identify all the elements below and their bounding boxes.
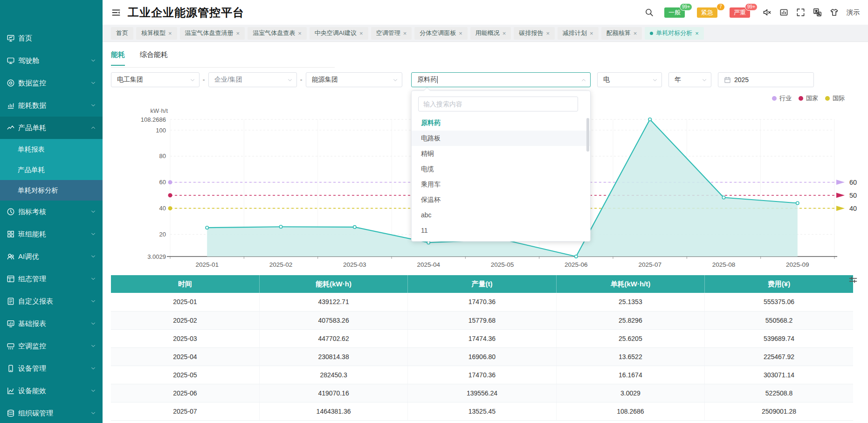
sidebar-item[interactable]: 首页	[0, 27, 103, 49]
chevron-down-icon	[90, 103, 96, 108]
close-icon[interactable]: ×	[298, 30, 302, 36]
dropdown-option[interactable]: abc	[412, 208, 590, 223]
table-cell: 17474.36	[408, 329, 556, 347]
close-icon[interactable]: ×	[590, 30, 593, 36]
svg-text:kW·h/t: kW·h/t	[150, 107, 168, 114]
svg-text:2025-06: 2025-06	[565, 261, 588, 268]
collapse-sidebar-icon[interactable]	[111, 7, 121, 18]
sidebar-item[interactable]: AI调优	[0, 245, 103, 268]
sidebar-item[interactable]: 设备能效	[0, 380, 103, 402]
period-select[interactable]: 年	[668, 72, 711, 87]
sidebar-item[interactable]: 指标考核	[0, 201, 103, 223]
close-icon[interactable]: ×	[634, 30, 637, 36]
table-column-header: 单耗(kW·h/t)	[556, 275, 704, 293]
dropdown-option[interactable]: 精铜	[412, 146, 590, 161]
alarm-badge[interactable]: 严重99+	[730, 7, 750, 18]
year-date-picker[interactable]: 2025	[718, 72, 814, 87]
close-icon[interactable]: ×	[236, 30, 240, 36]
translate-icon[interactable]	[813, 8, 822, 17]
text-caret	[437, 76, 438, 83]
svg-text:100: 100	[156, 127, 166, 134]
sidebar-item[interactable]: 数据监控	[0, 72, 103, 94]
dropdown-search-input[interactable]	[418, 97, 578, 111]
close-icon[interactable]: ×	[359, 30, 363, 36]
sidebar-item[interactable]: 设备管理	[0, 357, 103, 380]
close-icon[interactable]: ×	[459, 30, 462, 36]
table-cell: 407583.26	[259, 311, 407, 329]
dropdown-option[interactable]: 乘用车	[412, 177, 590, 192]
group-select[interactable]: 电工集团	[111, 72, 200, 87]
enterprise-select[interactable]: 企业/集团	[208, 72, 297, 87]
close-icon[interactable]: ×	[546, 30, 550, 36]
dropdown-option[interactable]: 电路板	[412, 131, 590, 146]
sidebar-item[interactable]: 自定义报表	[0, 290, 103, 312]
org-select[interactable]: 能源集团	[306, 72, 402, 87]
tab-item[interactable]: 空调管理×	[371, 27, 412, 40]
legend-item[interactable]: 国家	[799, 94, 818, 103]
carbon-icon	[7, 409, 15, 417]
sidebar-item[interactable]: 组织碳管理	[0, 402, 103, 423]
alarm-badge[interactable]: 一般99+	[664, 7, 685, 18]
svg-text:40: 40	[849, 205, 857, 212]
tab-item[interactable]: 温室气体盘查清册×	[180, 27, 245, 40]
dropdown-scrollbar-thumb[interactable]	[586, 118, 589, 152]
search-icon[interactable]	[645, 8, 654, 17]
table-cell: 139556.24	[408, 384, 556, 402]
tab-item[interactable]: 配额核算×	[601, 27, 642, 40]
sidebar-item[interactable]: 驾驶舱	[0, 49, 103, 72]
volume-mute-icon[interactable]	[763, 8, 772, 17]
sidebar-item[interactable]: 组态管理	[0, 268, 103, 290]
sidebar-subitem[interactable]: 产品单耗	[0, 159, 103, 180]
table-column-header: 能耗(kW·h)	[259, 275, 407, 293]
fullscreen-icon[interactable]	[796, 8, 805, 17]
sidebar-item[interactable]: 基础报表	[0, 312, 103, 335]
svg-text:108.2686: 108.2686	[141, 116, 166, 123]
sidebar: 首页驾驶舱数据监控能耗数据产品单耗单耗报表产品单耗单耗对标分析指标考核班组能耗A…	[0, 0, 103, 423]
sidebar-item[interactable]: 产品单耗	[0, 117, 103, 139]
filter-separator: -	[299, 72, 303, 87]
tab-item[interactable]: 减排计划×	[558, 27, 599, 40]
sidebar-item[interactable]: 能耗数据	[0, 94, 103, 117]
tab-item[interactable]: 用能概况×	[470, 27, 511, 40]
record-icon[interactable]	[779, 8, 788, 17]
filter-separator: -	[202, 72, 206, 87]
tab-item[interactable]: 核算模型×	[136, 27, 177, 40]
sidebar-subitem[interactable]: 单耗对标分析	[0, 180, 103, 201]
table-cell: 303071.14	[705, 366, 853, 384]
table-cell: 2025-02	[111, 311, 259, 329]
energy-type-select[interactable]: 电	[597, 72, 662, 87]
dropdown-option[interactable]: 保温杯	[412, 192, 590, 208]
sidebar-item[interactable]: 班组能耗	[0, 223, 103, 245]
tab-item[interactable]: 碳排报告×	[514, 27, 555, 40]
sidebar-item[interactable]: 空调监控	[0, 335, 103, 357]
close-icon[interactable]: ×	[503, 30, 506, 36]
subtab[interactable]: 能耗	[111, 50, 125, 66]
dropdown-option[interactable]: 原料药	[412, 115, 590, 131]
consumption-table-wrap: 时间能耗(kW·h)产量(t)单耗(kW·h/t)费用(¥) 2025-0143…	[111, 275, 853, 421]
tab-item[interactable]: 分体空调面板×	[414, 27, 468, 40]
dropdown-option[interactable]: 电缆	[412, 161, 590, 177]
legend-item[interactable]: 国际	[825, 94, 845, 103]
consumption-table: 时间能耗(kW·h)产量(t)单耗(kW·h/t)费用(¥) 2025-0143…	[111, 275, 853, 421]
tab-item[interactable]: 中央空调AI建议×	[310, 27, 368, 40]
close-icon[interactable]: ×	[168, 30, 172, 36]
close-icon[interactable]: ×	[403, 30, 407, 36]
legend-item[interactable]: 行业	[772, 94, 792, 103]
svg-text:2025-01: 2025-01	[195, 261, 219, 268]
table-settings-icon[interactable]	[848, 275, 858, 284]
alarm-badge[interactable]: 紧急7	[697, 7, 717, 18]
tab-item[interactable]: 温室气体盘查表×	[248, 27, 307, 40]
user-menu[interactable]: 演示	[847, 8, 860, 17]
svg-text:3.0029: 3.0029	[147, 253, 166, 260]
subtab[interactable]: 综合能耗	[140, 50, 168, 66]
chevron-down-icon	[90, 276, 96, 282]
cockpit-icon	[7, 56, 15, 65]
dropdown-option[interactable]: 11	[412, 223, 590, 238]
close-icon[interactable]: ×	[695, 30, 699, 36]
product-select-input[interactable]: 原料药	[411, 72, 591, 87]
sidebar-subitem[interactable]: 单耗报表	[0, 139, 103, 159]
tab-active[interactable]: 单耗对标分析×	[645, 27, 704, 40]
svg-text:2025-09: 2025-09	[786, 261, 809, 268]
theme-icon[interactable]	[830, 8, 839, 17]
tab-item[interactable]: 首页	[111, 27, 133, 40]
